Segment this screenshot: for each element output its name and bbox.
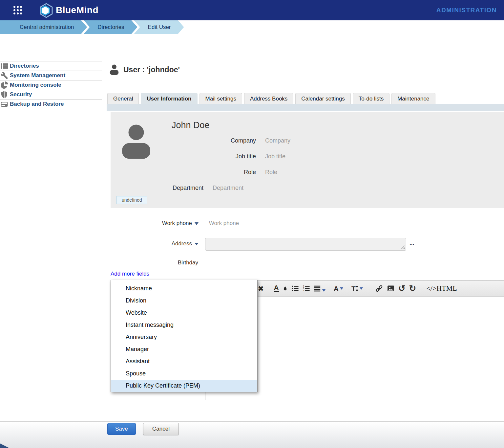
- department-field[interactable]: Department: [213, 185, 243, 191]
- drive-icon: [0, 100, 8, 108]
- add-more-fields-link[interactable]: Add more fields: [111, 271, 149, 277]
- profile-name: John Doe: [172, 120, 210, 130]
- sidebar-item-system-management[interactable]: System Management: [0, 71, 102, 80]
- work-phone-input[interactable]: Work phone: [209, 220, 239, 226]
- breadcrumb-directories[interactable]: Directories: [84, 20, 137, 34]
- insert-link-icon[interactable]: [375, 284, 383, 293]
- sidebar-item-label: Monitoring console: [10, 82, 61, 88]
- text-size-menu-icon[interactable]: T: [351, 285, 363, 292]
- address-row: Address: [111, 240, 199, 247]
- menu-item-public-key-certificate[interactable]: Public Key Certificate (PEM): [111, 380, 257, 392]
- section-label: ADMINISTRATION: [436, 0, 497, 20]
- tab-bar: General User Information Mail settings A…: [107, 93, 435, 104]
- tab-general[interactable]: General: [107, 93, 139, 104]
- tab-maintenance[interactable]: Maintenance: [391, 93, 435, 104]
- menu-item-spouse[interactable]: Spouse: [111, 368, 257, 380]
- status-badge: undefined: [116, 196, 147, 204]
- sidebar: Directories System Management Monitoring…: [0, 61, 102, 109]
- page-title: User : 'johndoe': [123, 65, 180, 74]
- profile-field-job-title: Job titleJob title: [111, 153, 285, 160]
- shield-icon: [0, 91, 8, 99]
- toolbar-divider: [421, 283, 421, 293]
- role-field[interactable]: Role: [265, 169, 277, 175]
- job-title-field[interactable]: Job title: [265, 153, 285, 160]
- top-navbar: BlueMind ADMINISTRATION: [0, 0, 504, 20]
- menu-item-website[interactable]: Website: [111, 307, 257, 319]
- menu-item-division[interactable]: Division: [111, 295, 257, 307]
- pie-chart-icon: [0, 81, 8, 89]
- sidebar-item-label: Directories: [10, 63, 39, 69]
- birthday-row: Birthday: [111, 259, 198, 266]
- list-icon: [0, 62, 8, 70]
- font-color-icon[interactable]: A: [274, 285, 279, 292]
- profile-card: John Doe CompanyCompany Job titleJob tit…: [111, 112, 504, 208]
- tab-mail-settings[interactable]: Mail settings: [200, 93, 242, 104]
- work-phone-type-caret-icon[interactable]: [195, 222, 199, 225]
- wrench-icon: [0, 72, 8, 79]
- bluemind-admin-app: BlueMind ADMINISTRATION Central administ…: [0, 0, 504, 448]
- tab-address-books[interactable]: Address Books: [244, 93, 293, 104]
- footer: [0, 421, 504, 448]
- undo-icon[interactable]: ↺: [398, 284, 406, 293]
- bullet-list-icon[interactable]: [291, 285, 299, 292]
- address-textarea[interactable]: [205, 238, 406, 251]
- tab-strip: [107, 104, 504, 111]
- sidebar-item-monitoring-console[interactable]: Monitoring console: [0, 80, 102, 90]
- work-phone-label: Work phone: [111, 220, 192, 227]
- profile-field-department: DepartmentDepartment: [111, 185, 243, 191]
- birthday-label: Birthday: [111, 259, 198, 266]
- profile-field-role: RoleRole: [111, 169, 277, 176]
- tab-user-information[interactable]: User Information: [141, 93, 197, 104]
- font-family-menu-icon[interactable]: A: [334, 285, 343, 292]
- menu-item-manager[interactable]: Manager: [111, 343, 257, 355]
- tab-todo-lists[interactable]: To-do lists: [353, 93, 390, 104]
- menu-item-instant-messaging[interactable]: Instant messaging: [111, 319, 257, 331]
- menu-item-assistant[interactable]: Assistant: [111, 355, 257, 368]
- profile-field-company: CompanyCompany: [111, 137, 290, 144]
- work-phone-row: Work phone Work phone: [111, 220, 239, 227]
- field-label: Job title: [111, 153, 256, 160]
- clear-format-icon[interactable]: ✖: [258, 285, 264, 292]
- breadcrumb: Central administration Directories Edit …: [0, 20, 504, 34]
- redo-icon[interactable]: ↻: [409, 284, 416, 293]
- add-fields-menu: Nickname Division Website Instant messag…: [111, 280, 258, 392]
- highlight-color-icon[interactable]: [283, 285, 288, 292]
- cancel-button[interactable]: Cancel: [143, 423, 179, 435]
- address-type-caret-icon[interactable]: [195, 243, 199, 245]
- app-launcher-icon[interactable]: [12, 5, 23, 15]
- html-source-button[interactable]: </>HTML: [426, 284, 457, 293]
- sidebar-item-directories[interactable]: Directories: [0, 61, 102, 71]
- menu-item-nickname[interactable]: Nickname: [111, 282, 257, 295]
- tab-calendar-settings[interactable]: Calendar settings: [295, 93, 350, 104]
- sidebar-item-label: Security: [10, 91, 32, 98]
- sidebar-item-label: System Management: [10, 72, 65, 79]
- sidebar-item-backup-and-restore[interactable]: Backup and Restore: [0, 100, 102, 109]
- address-label: Address: [111, 240, 192, 247]
- sidebar-item-security[interactable]: Security: [0, 90, 102, 100]
- bluemind-logo-icon: [38, 3, 54, 18]
- field-label: Company: [111, 137, 256, 144]
- toolbar-divider: [269, 283, 269, 293]
- field-label: Department: [111, 185, 203, 191]
- toolbar-divider: [370, 283, 370, 293]
- insert-image-icon[interactable]: [387, 284, 395, 292]
- corner-decoration: [0, 441, 9, 448]
- address-expand-button[interactable]: ...: [410, 240, 414, 246]
- sidebar-item-label: Backup and Restore: [10, 101, 64, 107]
- breadcrumb-central-administration[interactable]: Central administration: [0, 20, 87, 34]
- align-menu-icon[interactable]: [314, 285, 326, 292]
- menu-item-anniversary[interactable]: Anniversary: [111, 331, 257, 343]
- page-title-row: User : 'johndoe': [108, 64, 180, 76]
- brand-name: BlueMind: [56, 0, 98, 20]
- user-icon: [108, 64, 120, 76]
- field-label: Role: [111, 169, 256, 176]
- save-button[interactable]: Save: [107, 423, 136, 435]
- numbered-list-icon[interactable]: 1 2 3: [303, 285, 310, 292]
- svg-text:3: 3: [303, 289, 304, 292]
- company-field[interactable]: Company: [265, 137, 290, 144]
- resize-grip-icon[interactable]: [400, 245, 405, 249]
- breadcrumb-edit-user[interactable]: Edit User: [134, 20, 184, 34]
